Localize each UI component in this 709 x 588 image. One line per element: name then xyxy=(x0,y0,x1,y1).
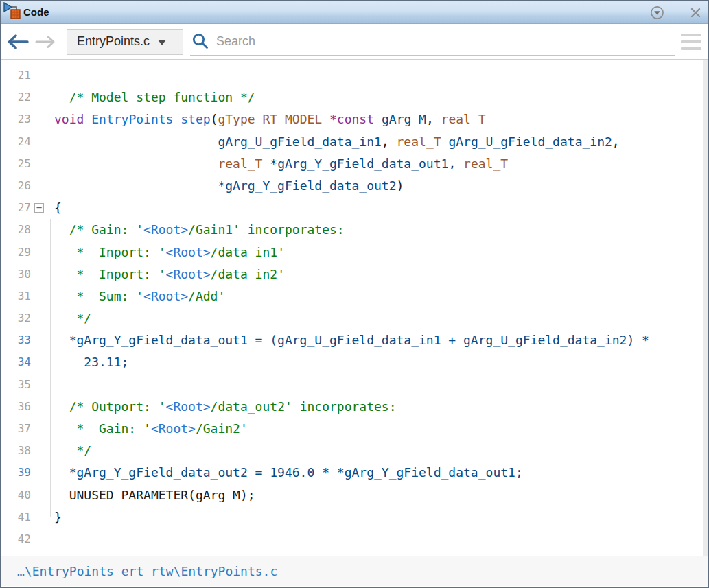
line-number[interactable]: 34 xyxy=(1,351,31,373)
code-text: * Inport: '<Root>/data_in1' xyxy=(54,242,285,263)
menu-bar xyxy=(681,40,701,43)
chevron-down-circle-icon[interactable] xyxy=(649,5,664,20)
line-number[interactable]: 31 xyxy=(1,285,31,307)
code-line-41[interactable]: 41} xyxy=(1,506,708,528)
line-number[interactable]: 26 xyxy=(1,175,31,197)
code-line-39[interactable]: 39 *gArg_Y_gField_data_out2 = 1946.0 * *… xyxy=(1,462,708,484)
code-text: /* Outport: '<Root>/data_out2' incorpora… xyxy=(54,396,397,418)
code-text: void EntryPoints_step(gType_RT_MODEL *co… xyxy=(54,108,486,130)
code-line-37[interactable]: 37 * Gain: '<Root>/Gain2' xyxy=(1,418,708,440)
code-line-26[interactable]: 26 *gArg_Y_gField_data_out2) xyxy=(1,175,708,197)
line-number[interactable]: 29 xyxy=(1,242,31,263)
code-editor[interactable]: 2122 /* Model step function */23void Ent… xyxy=(1,60,708,556)
code-line-32[interactable]: 32 */ xyxy=(1,307,708,329)
line-number[interactable]: 32 xyxy=(1,307,31,329)
line-number[interactable]: 25 xyxy=(1,153,31,175)
file-selector-dropdown[interactable]: EntryPoints.c xyxy=(67,29,183,55)
titlebar: Code xyxy=(1,1,708,24)
code-text: * Gain: '<Root>/Gain2' xyxy=(54,418,248,440)
code-line-33[interactable]: 33 *gArg_Y_gField_data_out1 = (gArg_U_gF… xyxy=(1,329,708,351)
code-line-25[interactable]: 25 real_T *gArg_Y_gField_data_out1, real… xyxy=(1,153,708,175)
line-number[interactable]: 40 xyxy=(1,484,31,506)
titlebar-controls xyxy=(649,1,703,24)
fold-column xyxy=(31,86,54,108)
code-line-22[interactable]: 22 /* Model step function */ xyxy=(1,86,708,108)
fold-column xyxy=(31,64,54,86)
editor-right-separator xyxy=(686,60,686,556)
back-arrow-icon xyxy=(7,34,29,49)
fold-column xyxy=(31,528,54,550)
window-title: Code xyxy=(23,6,49,18)
close-icon[interactable] xyxy=(688,5,703,20)
fold-collapse-icon[interactable]: − xyxy=(34,203,44,213)
back-button[interactable] xyxy=(6,32,30,52)
statusbar: …\EntryPoints_ert_rtw\EntryPoints.c xyxy=(1,556,708,586)
line-number[interactable]: 38 xyxy=(1,440,31,462)
line-number[interactable]: 22 xyxy=(1,86,31,108)
line-number[interactable]: 39 xyxy=(1,462,31,484)
fold-column xyxy=(31,175,54,197)
code-text: *gArg_Y_gField_data_out2) xyxy=(54,175,404,197)
code-text: UNUSED_PARAMETER(gArg_M); xyxy=(54,484,255,506)
search-icon xyxy=(191,32,209,50)
code-line-30[interactable]: 30 * Inport: '<Root>/data_in2' xyxy=(1,263,708,285)
code-line-27[interactable]: 27−{ xyxy=(1,197,708,219)
search-input[interactable] xyxy=(215,30,675,52)
code-line-36[interactable]: 36 /* Outport: '<Root>/data_out2' incorp… xyxy=(1,396,708,418)
code-line-35[interactable]: 35 xyxy=(1,374,708,396)
code-text: */ xyxy=(54,440,91,462)
code-text: /* Gain: '<Root>/Gain1' incorporates: xyxy=(54,219,345,241)
code-text: 23.11; xyxy=(54,351,128,373)
code-lines: 2122 /* Model step function */23void Ent… xyxy=(1,60,708,550)
forward-button[interactable] xyxy=(34,32,57,52)
hamburger-menu-icon[interactable] xyxy=(681,32,701,51)
code-text: *gArg_Y_gField_data_out1 = (gArg_U_gFiel… xyxy=(54,329,649,351)
code-text: } xyxy=(54,506,62,528)
code-text: { xyxy=(54,197,62,219)
line-number[interactable]: 35 xyxy=(1,374,31,396)
line-number[interactable]: 33 xyxy=(1,329,31,351)
line-number[interactable]: 36 xyxy=(1,396,31,418)
code-window: Code E xyxy=(0,0,709,588)
code-line-29[interactable]: 29 * Inport: '<Root>/data_in1' xyxy=(1,242,708,263)
code-line-31[interactable]: 31 * Sum: '<Root>/Add' xyxy=(1,285,708,307)
menu-bar xyxy=(681,47,701,50)
fold-column xyxy=(31,131,54,153)
code-text: /* Model step function */ xyxy=(54,86,255,108)
code-line-42[interactable]: 42 xyxy=(1,528,708,550)
chevron-down-icon xyxy=(158,40,166,45)
file-selector-value: EntryPoints.c xyxy=(77,34,150,49)
code-line-23[interactable]: 23void EntryPoints_step(gType_RT_MODEL *… xyxy=(1,108,708,130)
fold-column: − xyxy=(31,197,54,219)
code-line-21[interactable]: 21 xyxy=(1,64,708,86)
fold-column xyxy=(31,153,54,175)
code-text: */ xyxy=(54,307,91,329)
code-line-38[interactable]: 38 */ xyxy=(1,440,708,462)
fold-column xyxy=(31,108,54,130)
line-number[interactable]: 37 xyxy=(1,418,31,440)
code-text: real_T *gArg_Y_gField_data_out1, real_T xyxy=(54,153,508,175)
line-number[interactable]: 41 xyxy=(1,506,31,528)
toolbar: EntryPoints.c xyxy=(1,24,708,60)
fold-guide-line xyxy=(50,219,51,517)
line-number[interactable]: 42 xyxy=(1,528,31,550)
line-number[interactable]: 23 xyxy=(1,108,31,130)
line-number[interactable]: 30 xyxy=(1,263,31,285)
simulink-code-icon xyxy=(3,2,21,21)
code-line-34[interactable]: 34 23.11; xyxy=(1,351,708,373)
code-line-24[interactable]: 24 gArg_U_gField_data_in1, real_T gArg_U… xyxy=(1,131,708,153)
file-path: …\EntryPoints_ert_rtw\EntryPoints.c xyxy=(17,564,277,578)
forward-arrow-icon xyxy=(35,35,56,49)
line-number[interactable]: 24 xyxy=(1,131,31,153)
menu-bar xyxy=(681,34,701,36)
search-field xyxy=(190,28,675,56)
line-number[interactable]: 27 xyxy=(1,197,31,219)
code-line-28[interactable]: 28 /* Gain: '<Root>/Gain1' incorporates: xyxy=(1,219,708,241)
code-text: * Inport: '<Root>/data_in2' xyxy=(54,263,285,285)
line-number[interactable]: 21 xyxy=(1,64,31,86)
line-number[interactable]: 28 xyxy=(1,219,31,241)
code-line-40[interactable]: 40 UNUSED_PARAMETER(gArg_M); xyxy=(1,484,708,506)
scrollbar-track[interactable] xyxy=(703,60,708,556)
code-text: gArg_U_gField_data_in1, real_T gArg_U_gF… xyxy=(54,131,620,153)
code-text: * Sum: '<Root>/Add' xyxy=(54,285,225,307)
